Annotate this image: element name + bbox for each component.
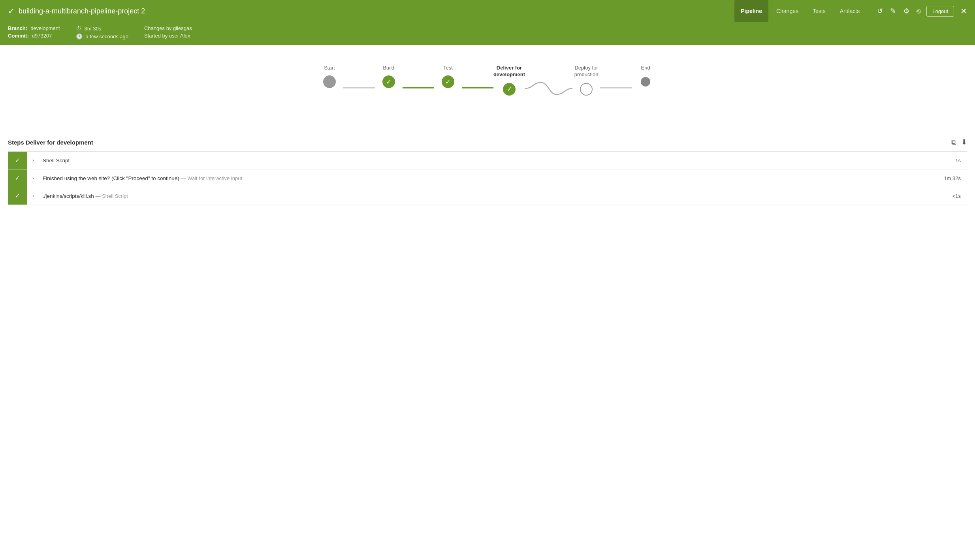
- open-external-icon[interactable]: ⧉: [951, 138, 956, 147]
- step-name-2: Finished using the web site? (Click "Pro…: [40, 175, 937, 181]
- started-text: Started by user Alex: [144, 33, 190, 39]
- tab-artifacts[interactable]: Artifacts: [834, 0, 866, 22]
- step-duration-2: 1m 32s: [937, 175, 967, 181]
- step-row: ✓ › ./jenkins/scripts/kill.sh — Shell Sc…: [8, 187, 967, 205]
- stage-deploy-prod-node: [580, 83, 593, 96]
- connector-build-test: [403, 87, 434, 88]
- steps-list: ✓ › Shell Script 1s ✓ › Finished using t…: [8, 151, 967, 205]
- step-row: ✓ › Finished using the web site? (Click …: [8, 169, 967, 187]
- stage-deliver-dev[interactable]: Deliver fordevelopment ✓: [493, 65, 525, 96]
- header-nav: Pipeline Changes Tests Artifacts: [734, 0, 866, 22]
- exit-button[interactable]: ⎋: [915, 6, 922, 17]
- stage-start[interactable]: Start: [316, 65, 343, 88]
- user-group: Changes by gilesgas Started by user Alex: [144, 25, 192, 39]
- stage-start-label: Start: [316, 65, 343, 71]
- step-check-icon-3: ✓: [15, 192, 20, 199]
- logout-button[interactable]: Logout: [926, 6, 954, 17]
- stage-deliver-dev-label: Deliver fordevelopment: [493, 65, 525, 78]
- branch-value: development: [30, 25, 60, 31]
- tab-changes[interactable]: Changes: [770, 0, 805, 22]
- pipeline-area: Start Build ✓ Test ✓ Deliver fordevelopm: [0, 45, 975, 213]
- stage-deploy-prod[interactable]: Deploy forproduction: [572, 65, 600, 96]
- changes-text: Changes by gilesgas: [144, 25, 192, 31]
- connector-deliver-deploy: [525, 81, 572, 98]
- branch-group: Branch: development Commit: d973207: [8, 25, 60, 39]
- stage-end-node: [641, 77, 650, 86]
- header-top: ✓ building-a-multibranch-pipeline-projec…: [8, 0, 967, 22]
- stage-test-node: ✓: [442, 75, 454, 88]
- header-icons: ↺ ✎ ⚙ ⎋ Logout ✕: [875, 5, 967, 17]
- step-name-1: Shell Script: [40, 158, 949, 163]
- commit-label: Commit:: [8, 33, 29, 39]
- step-status-2: ✓: [8, 169, 27, 187]
- stage-end[interactable]: End: [632, 65, 659, 86]
- step-row: ✓ › Shell Script 1s: [8, 152, 967, 169]
- connector-deploy-end: [600, 87, 632, 88]
- connector-test-deliver: [462, 87, 493, 88]
- edit-button[interactable]: ✎: [888, 5, 898, 17]
- time-icon: 🕐: [76, 33, 83, 39]
- stage-start-node: [323, 75, 336, 88]
- steps-title: Steps Deliver for development: [8, 139, 93, 146]
- step-expand-2[interactable]: ›: [27, 175, 40, 181]
- reload-button[interactable]: ↺: [875, 5, 885, 17]
- header-title: ✓ building-a-multibranch-pipeline-projec…: [8, 6, 728, 16]
- commit-value: d973207: [32, 33, 52, 39]
- success-check-icon: ✓: [8, 6, 15, 16]
- pipeline-stages: Start Build ✓ Test ✓ Deliver fordevelopm: [316, 61, 659, 116]
- stage-end-label: End: [632, 65, 659, 71]
- close-button[interactable]: ✕: [960, 6, 967, 16]
- step-expand-1[interactable]: ›: [27, 158, 40, 163]
- tab-tests[interactable]: Tests: [806, 0, 832, 22]
- steps-section: Steps Deliver for development ⧉ ⬇ ✓ › Sh…: [0, 132, 975, 213]
- connector-start-build: [343, 87, 375, 88]
- tab-pipeline[interactable]: Pipeline: [734, 0, 768, 22]
- header-meta: Branch: development Commit: d973207 ⏱ 3m…: [8, 22, 967, 45]
- stage-deploy-prod-label: Deploy forproduction: [572, 65, 600, 78]
- step-name-3: ./jenkins/scripts/kill.sh — Shell Script: [40, 193, 946, 199]
- stage-build-node: ✓: [382, 75, 395, 88]
- steps-actions: ⧉ ⬇: [951, 138, 967, 147]
- step-check-icon-1: ✓: [15, 157, 20, 164]
- page-title: building-a-multibranch-pipeline-project …: [19, 7, 145, 15]
- steps-header: Steps Deliver for development ⧉ ⬇: [8, 132, 967, 151]
- time-value: a few seconds ago: [86, 34, 128, 39]
- branch-label: Branch:: [8, 25, 27, 31]
- settings-button[interactable]: ⚙: [902, 5, 911, 17]
- stage-deliver-dev-node: ✓: [503, 83, 516, 96]
- download-icon[interactable]: ⬇: [961, 138, 967, 147]
- duration-value: 3m 30s: [85, 26, 102, 32]
- step-duration-1: 1s: [949, 158, 967, 163]
- pipeline-view: Start Build ✓ Test ✓ Deliver fordevelopm: [0, 45, 975, 124]
- stage-build-label: Build: [375, 65, 403, 71]
- stage-build[interactable]: Build ✓: [375, 65, 403, 88]
- step-status-1: ✓: [8, 152, 27, 169]
- step-status-3: ✓: [8, 187, 27, 205]
- duration-icon: ⏱: [76, 25, 81, 32]
- stage-test-label: Test: [434, 65, 462, 71]
- step-check-icon-2: ✓: [15, 175, 20, 182]
- stage-test[interactable]: Test ✓: [434, 65, 462, 88]
- step-sub-2: — Wait for interactive input: [181, 175, 243, 181]
- duration-group: ⏱ 3m 30s 🕐 a few seconds ago: [76, 25, 128, 39]
- step-expand-3[interactable]: ›: [27, 193, 40, 199]
- step-duration-3: <1s: [946, 193, 967, 199]
- header: ✓ building-a-multibranch-pipeline-projec…: [0, 0, 975, 45]
- step-sub-3: — Shell Script: [96, 193, 128, 199]
